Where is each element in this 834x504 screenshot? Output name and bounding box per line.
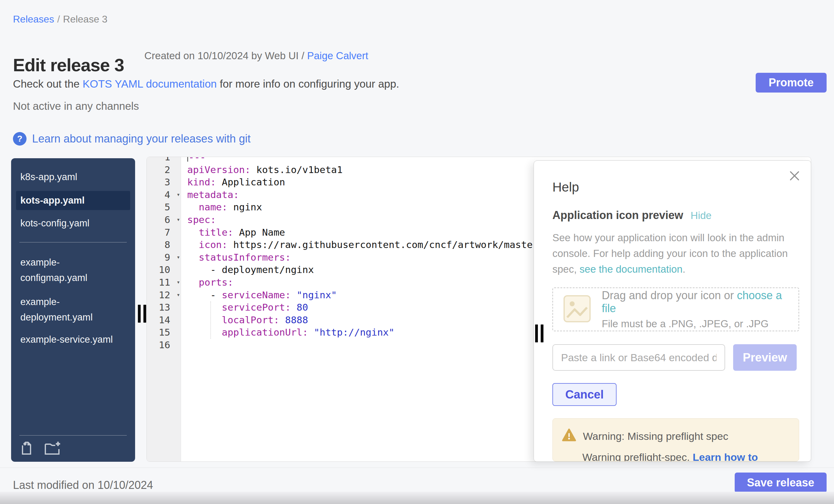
- indent-guide: [210, 301, 211, 339]
- fold-arrow-icon[interactable]: ▾: [177, 251, 180, 263]
- text-cursor: [187, 157, 188, 162]
- line-number: 4▾: [147, 189, 181, 201]
- preview-button[interactable]: Preview: [733, 344, 797, 371]
- save-release-button[interactable]: Save release: [735, 473, 827, 493]
- icon-dropzone[interactable]: Drag and drop your icon or choose a file…: [552, 287, 799, 331]
- add-folder-button[interactable]: [44, 441, 61, 456]
- breadcrumb-separator: /: [57, 14, 60, 25]
- git-help-link[interactable]: ? Learn about managing your releases wit…: [13, 132, 250, 146]
- line-number: 2: [147, 163, 181, 176]
- git-help-label: Learn about managing your releases with …: [32, 132, 250, 145]
- warning-text: Warning preflight-spec.: [582, 451, 693, 461]
- code-text[interactable]: spec:: [181, 214, 216, 226]
- code-text[interactable]: applicationUrl: "http://nginx": [181, 326, 394, 339]
- add-file-button[interactable]: [19, 441, 34, 456]
- icon-preview-description: See how your application icon will look …: [552, 230, 799, 277]
- code-text[interactable]: name: nginx: [181, 201, 262, 214]
- page-title: Edit release 3: [13, 54, 124, 75]
- question-icon: ?: [13, 132, 26, 146]
- created-author-link[interactable]: Paige Calvert: [307, 50, 368, 61]
- code-text[interactable]: metadata:: [181, 189, 239, 201]
- sidebar-file-list: k8s-app.yamlkots-app.yamlkots-config.yam…: [11, 171, 135, 346]
- breadcrumb-current: Release 3: [63, 14, 107, 25]
- code-text[interactable]: - serviceName: "nginx": [181, 289, 337, 301]
- sidebar-item-example-configmap.yaml[interactable]: example-configmap.yaml: [11, 255, 122, 286]
- breadcrumb-releases-link[interactable]: Releases: [13, 14, 54, 25]
- line-number: 8: [147, 238, 181, 251]
- sidebar-item-example-service.yaml[interactable]: example-service.yaml: [11, 334, 122, 346]
- dropzone-text: Drag and drop your icon or choose a file: [602, 289, 798, 315]
- sidebar-item-kots-config.yaml[interactable]: kots-config.yaml: [11, 217, 122, 229]
- code-text[interactable]: apiVersion: kots.io/v1beta1: [181, 163, 343, 176]
- code-text[interactable]: title: App Name: [181, 226, 285, 239]
- sidebar-item-k8s-app.yaml[interactable]: k8s-app.yaml: [11, 171, 122, 183]
- code-text[interactable]: servicePort: 80: [181, 301, 308, 314]
- sidebar-item-kots-app.yaml[interactable]: kots-app.yaml: [16, 191, 130, 210]
- hide-link[interactable]: Hide: [690, 210, 711, 221]
- close-help-button[interactable]: [789, 170, 800, 182]
- line-number: 12▾: [147, 289, 181, 301]
- created-line: Created on 10/10/2024 by Web UI / Paige …: [144, 50, 368, 62]
- help-title: Help: [552, 180, 798, 195]
- drop-text-before: Drag and drop your icon or: [602, 289, 737, 302]
- promote-button[interactable]: Promote: [756, 73, 827, 92]
- doc-hint-line: Check out the KOTS YAML documentation fo…: [13, 78, 399, 90]
- code-text[interactable]: - deployment/nginx: [181, 263, 314, 276]
- fold-arrow-icon[interactable]: ▾: [177, 188, 180, 201]
- code-text[interactable]: statusInformers:: [181, 251, 291, 264]
- add-file-icon: [19, 452, 34, 456]
- sidebar-divider: [19, 242, 127, 242]
- warning-icon: [562, 429, 576, 444]
- icon-preview-title: Application icon preview: [552, 209, 683, 222]
- line-number: 11▾: [147, 276, 181, 289]
- line-number: 15: [147, 326, 181, 339]
- image-placeholder-icon: [563, 294, 591, 324]
- kots-yaml-doc-link[interactable]: KOTS YAML documentation: [83, 78, 217, 90]
- breadcrumb: Releases/Release 3: [13, 14, 107, 25]
- fold-arrow-icon[interactable]: ▾: [177, 288, 180, 301]
- help-resize-handle[interactable]: [541, 325, 544, 342]
- line-number: 6▾: [147, 214, 181, 226]
- see-documentation-link[interactable]: see the documentation: [579, 263, 683, 275]
- created-text: Created on 10/10/2024 by Web UI /: [144, 50, 307, 61]
- help-resize-handle[interactable]: [535, 325, 538, 342]
- code-text[interactable]: icon: https://raw.githubusercontent.com/…: [181, 238, 544, 251]
- window-bottom-edge: [0, 492, 834, 504]
- line-number: 5: [147, 201, 181, 214]
- help-panel: Help Application icon preview Hide See h…: [533, 160, 811, 462]
- desc-after: .: [683, 263, 685, 275]
- footer-divider: [0, 467, 834, 468]
- line-number: 14: [147, 314, 181, 326]
- warning-detail: Warning preflight-spec. Learn how to con…: [582, 451, 790, 461]
- sidebar-resize-handle[interactable]: [138, 305, 141, 323]
- sidebar-item-example-deployment.yaml[interactable]: example-deployment.yaml: [11, 294, 122, 325]
- code-text[interactable]: ---: [181, 157, 206, 163]
- line-number: 1: [147, 157, 181, 163]
- line-number: 13: [147, 301, 181, 314]
- dropzone-subtext: File must be a .PNG, .JPEG, or .JPG: [602, 318, 798, 330]
- add-folder-icon: [44, 452, 61, 456]
- line-number: 16: [147, 339, 181, 351]
- fold-arrow-icon[interactable]: ▾: [177, 213, 180, 226]
- line-number: 9▾: [147, 251, 181, 264]
- last-modified: Last modified on 10/10/2024: [13, 479, 153, 492]
- line-number: 7: [147, 226, 181, 239]
- preflight-warning: Warning: Missing preflight spec Warning …: [552, 418, 799, 461]
- line-number: 3: [147, 176, 181, 189]
- doc-hint-after: for more info on configuring your app.: [217, 78, 399, 90]
- code-text[interactable]: [181, 339, 187, 351]
- sidebar-resize-handle[interactable]: [144, 305, 146, 323]
- doc-hint-before: Check out the: [13, 78, 83, 90]
- cancel-button[interactable]: Cancel: [552, 383, 617, 406]
- fold-arrow-icon[interactable]: ▾: [177, 276, 180, 288]
- close-icon: [789, 178, 800, 182]
- edit-release-page: Releases/Release 3 Edit release 3 Create…: [0, 0, 834, 504]
- code-text[interactable]: localPort: 8888: [181, 314, 308, 326]
- code-text[interactable]: kind: Application: [181, 176, 285, 189]
- icon-url-input[interactable]: [552, 344, 725, 371]
- sidebar-footer: [19, 435, 127, 456]
- warning-title: Warning: Missing preflight spec: [583, 430, 728, 442]
- code-text[interactable]: ports:: [181, 276, 233, 289]
- file-sidebar: k8s-app.yamlkots-app.yamlkots-config.yam…: [11, 158, 135, 462]
- line-number: 10: [147, 263, 181, 276]
